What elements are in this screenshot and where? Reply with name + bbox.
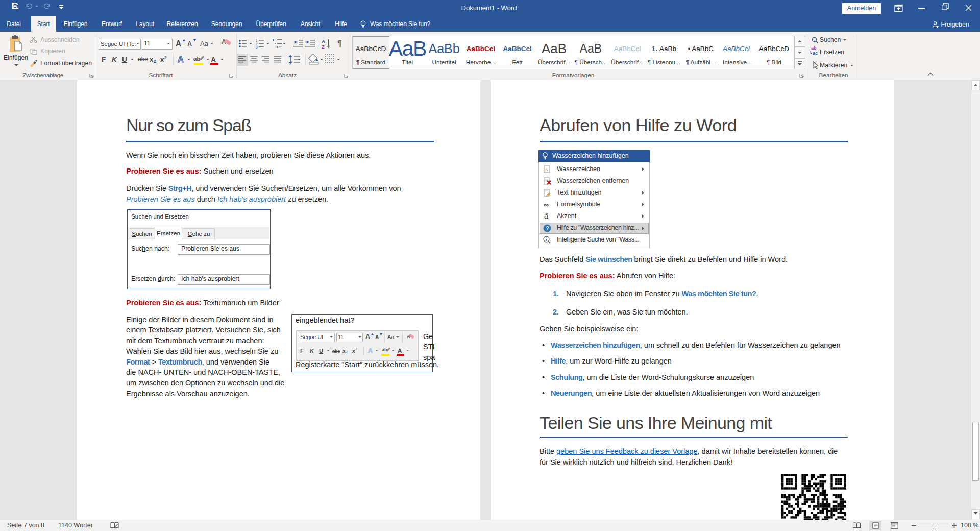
svg-text:ab: ab — [811, 45, 817, 51]
svg-text:Z: Z — [322, 44, 325, 49]
svg-text:A: A — [322, 38, 325, 44]
svg-text:ac: ac — [813, 51, 818, 56]
svg-text:i: i — [546, 237, 547, 242]
svg-text:A: A — [545, 167, 549, 172]
svg-text:?: ? — [546, 225, 549, 231]
svg-text:3: 3 — [256, 45, 258, 49]
